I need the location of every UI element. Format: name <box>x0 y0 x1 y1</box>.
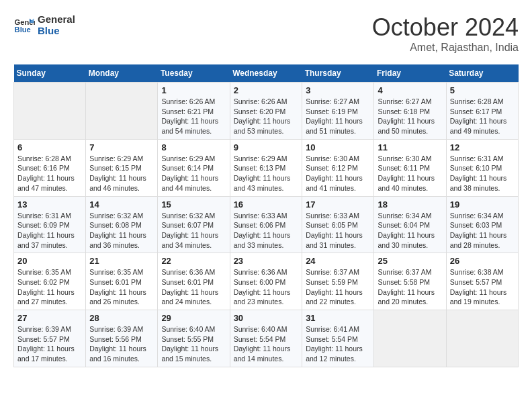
day-info: Sunrise: 6:28 AM Sunset: 6:17 PM Dayligh… <box>450 97 515 136</box>
day-number: 7 <box>89 142 154 152</box>
day-info: Sunrise: 6:39 AM Sunset: 5:56 PM Dayligh… <box>89 324 154 364</box>
day-cell: 8Sunrise: 6:29 AM Sunset: 6:14 PM Daylig… <box>158 139 230 196</box>
day-info: Sunrise: 6:40 AM Sunset: 5:55 PM Dayligh… <box>161 324 226 364</box>
logo-blue: Blue <box>38 25 75 36</box>
day-info: Sunrise: 6:29 AM Sunset: 6:15 PM Dayligh… <box>89 154 154 193</box>
day-cell: 4Sunrise: 6:27 AM Sunset: 6:18 PM Daylig… <box>374 83 446 140</box>
day-cell: 27Sunrise: 6:39 AM Sunset: 5:57 PM Dayli… <box>14 310 86 367</box>
day-info: Sunrise: 6:36 AM Sunset: 6:00 PM Dayligh… <box>234 267 299 307</box>
day-cell: 11Sunrise: 6:30 AM Sunset: 6:11 PM Dayli… <box>374 139 446 196</box>
day-cell <box>86 83 158 140</box>
day-info: Sunrise: 6:35 AM Sunset: 6:02 PM Dayligh… <box>17 267 82 307</box>
calendar-table: SundayMondayTuesdayWednesdayThursdayFrid… <box>13 64 519 367</box>
header-day-friday: Friday <box>374 64 446 83</box>
day-info: Sunrise: 6:26 AM Sunset: 6:20 PM Dayligh… <box>234 97 299 136</box>
day-info: Sunrise: 6:29 AM Sunset: 6:13 PM Dayligh… <box>234 154 299 193</box>
day-info: Sunrise: 6:30 AM Sunset: 6:12 PM Dayligh… <box>306 154 370 193</box>
day-cell: 31Sunrise: 6:41 AM Sunset: 5:54 PM Dayli… <box>302 310 374 367</box>
day-info: Sunrise: 6:30 AM Sunset: 6:11 PM Dayligh… <box>378 154 442 193</box>
day-number: 22 <box>161 256 226 266</box>
day-info: Sunrise: 6:27 AM Sunset: 6:19 PM Dayligh… <box>306 97 370 136</box>
header-day-saturday: Saturday <box>446 64 518 83</box>
day-info: Sunrise: 6:33 AM Sunset: 6:05 PM Dayligh… <box>306 211 370 250</box>
day-number: 31 <box>306 313 370 323</box>
day-info: Sunrise: 6:28 AM Sunset: 6:16 PM Dayligh… <box>17 154 82 193</box>
day-number: 10 <box>306 142 370 152</box>
day-cell <box>446 310 518 367</box>
day-cell: 19Sunrise: 6:34 AM Sunset: 6:03 PM Dayli… <box>446 196 518 253</box>
day-info: Sunrise: 6:36 AM Sunset: 6:01 PM Dayligh… <box>161 267 226 307</box>
week-row-1: 1Sunrise: 6:26 AM Sunset: 6:21 PM Daylig… <box>14 83 519 140</box>
day-cell: 3Sunrise: 6:27 AM Sunset: 6:19 PM Daylig… <box>302 83 374 140</box>
logo: General Blue General Blue <box>13 13 75 36</box>
day-info: Sunrise: 6:34 AM Sunset: 6:04 PM Dayligh… <box>378 211 442 250</box>
day-cell: 6Sunrise: 6:28 AM Sunset: 6:16 PM Daylig… <box>14 139 86 196</box>
day-cell: 10Sunrise: 6:30 AM Sunset: 6:12 PM Dayli… <box>302 139 374 196</box>
day-cell: 12Sunrise: 6:31 AM Sunset: 6:10 PM Dayli… <box>446 139 518 196</box>
day-number: 28 <box>89 313 154 323</box>
day-number: 8 <box>161 142 226 152</box>
day-cell: 25Sunrise: 6:37 AM Sunset: 5:58 PM Dayli… <box>374 253 446 310</box>
day-cell: 9Sunrise: 6:29 AM Sunset: 6:13 PM Daylig… <box>230 139 302 196</box>
day-number: 15 <box>161 199 226 210</box>
day-cell: 24Sunrise: 6:37 AM Sunset: 5:59 PM Dayli… <box>302 253 374 310</box>
day-info: Sunrise: 6:26 AM Sunset: 6:21 PM Dayligh… <box>161 97 226 136</box>
day-number: 1 <box>161 85 226 95</box>
page-header: General Blue General Blue October 2024 A… <box>13 13 519 54</box>
day-number: 14 <box>89 199 154 210</box>
day-cell: 2Sunrise: 6:26 AM Sunset: 6:20 PM Daylig… <box>230 83 302 140</box>
header-day-sunday: Sunday <box>14 64 86 83</box>
week-row-3: 13Sunrise: 6:31 AM Sunset: 6:09 PM Dayli… <box>14 196 519 253</box>
header-day-thursday: Thursday <box>302 64 374 83</box>
day-info: Sunrise: 6:41 AM Sunset: 5:54 PM Dayligh… <box>306 324 370 364</box>
day-cell: 22Sunrise: 6:36 AM Sunset: 6:01 PM Dayli… <box>158 253 230 310</box>
day-number: 3 <box>306 85 370 95</box>
title-block: October 2024 Amet, Rajasthan, India <box>372 13 519 54</box>
day-cell: 26Sunrise: 6:38 AM Sunset: 5:57 PM Dayli… <box>446 253 518 310</box>
day-number: 9 <box>234 142 299 152</box>
day-info: Sunrise: 6:31 AM Sunset: 6:09 PM Dayligh… <box>17 211 82 250</box>
day-number: 26 <box>450 256 515 266</box>
day-number: 11 <box>378 142 442 152</box>
week-row-2: 6Sunrise: 6:28 AM Sunset: 6:16 PM Daylig… <box>14 139 519 196</box>
day-cell: 7Sunrise: 6:29 AM Sunset: 6:15 PM Daylig… <box>86 139 158 196</box>
day-cell: 5Sunrise: 6:28 AM Sunset: 6:17 PM Daylig… <box>446 83 518 140</box>
logo-icon: General Blue <box>13 14 35 36</box>
day-info: Sunrise: 6:33 AM Sunset: 6:06 PM Dayligh… <box>234 211 299 250</box>
day-number: 16 <box>234 199 299 210</box>
day-number: 19 <box>450 199 515 210</box>
day-cell <box>374 310 446 367</box>
day-cell <box>14 83 86 140</box>
day-number: 6 <box>17 142 82 152</box>
day-number: 21 <box>89 256 154 266</box>
day-info: Sunrise: 6:32 AM Sunset: 6:08 PM Dayligh… <box>89 211 154 250</box>
day-cell: 18Sunrise: 6:34 AM Sunset: 6:04 PM Dayli… <box>374 196 446 253</box>
day-number: 24 <box>306 256 370 266</box>
day-info: Sunrise: 6:34 AM Sunset: 6:03 PM Dayligh… <box>450 211 515 250</box>
day-number: 29 <box>161 313 226 323</box>
day-cell: 14Sunrise: 6:32 AM Sunset: 6:08 PM Dayli… <box>86 196 158 253</box>
svg-text:Blue: Blue <box>15 26 31 34</box>
header-row: SundayMondayTuesdayWednesdayThursdayFrid… <box>14 64 519 83</box>
day-cell: 16Sunrise: 6:33 AM Sunset: 6:06 PM Dayli… <box>230 196 302 253</box>
day-info: Sunrise: 6:40 AM Sunset: 5:54 PM Dayligh… <box>234 324 299 364</box>
day-number: 12 <box>450 142 515 152</box>
day-cell: 15Sunrise: 6:32 AM Sunset: 6:07 PM Dayli… <box>158 196 230 253</box>
day-number: 20 <box>17 256 82 266</box>
day-cell: 20Sunrise: 6:35 AM Sunset: 6:02 PM Dayli… <box>14 253 86 310</box>
day-cell: 21Sunrise: 6:35 AM Sunset: 6:01 PM Dayli… <box>86 253 158 310</box>
day-info: Sunrise: 6:31 AM Sunset: 6:10 PM Dayligh… <box>450 154 515 193</box>
day-number: 2 <box>234 85 299 95</box>
day-number: 23 <box>234 256 299 266</box>
logo-general: General <box>38 13 75 25</box>
day-info: Sunrise: 6:29 AM Sunset: 6:14 PM Dayligh… <box>161 154 226 193</box>
header-day-monday: Monday <box>86 64 158 83</box>
day-info: Sunrise: 6:37 AM Sunset: 5:58 PM Dayligh… <box>378 267 442 307</box>
day-cell: 29Sunrise: 6:40 AM Sunset: 5:55 PM Dayli… <box>158 310 230 367</box>
header-day-tuesday: Tuesday <box>158 64 230 83</box>
location-subtitle: Amet, Rajasthan, India <box>372 42 519 54</box>
day-info: Sunrise: 6:32 AM Sunset: 6:07 PM Dayligh… <box>161 211 226 250</box>
day-info: Sunrise: 6:35 AM Sunset: 6:01 PM Dayligh… <box>89 267 154 307</box>
day-number: 18 <box>378 199 442 210</box>
day-cell: 30Sunrise: 6:40 AM Sunset: 5:54 PM Dayli… <box>230 310 302 367</box>
